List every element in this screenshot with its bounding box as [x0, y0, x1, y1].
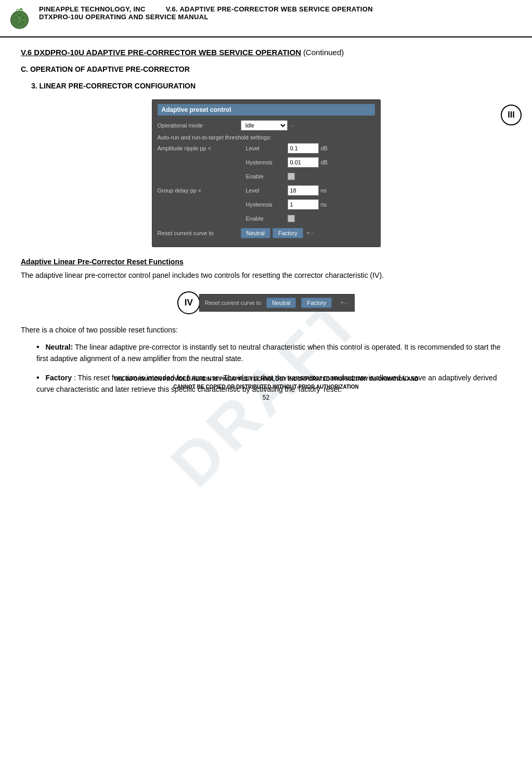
- group-hysteresis-row: Hysteresis ns: [158, 199, 375, 210]
- group-level-label: Level: [246, 187, 288, 194]
- group-level-unit: ns: [321, 187, 327, 194]
- group-hysteresis-label: Hysteresis: [246, 201, 288, 208]
- svg-point-8: [15, 16, 17, 18]
- svg-point-15: [20, 19, 22, 20]
- amplitude-enable-label: Enable: [246, 173, 288, 180]
- amplitude-hysteresis-input[interactable]: [288, 157, 319, 168]
- more-dots: +···: [306, 229, 315, 237]
- group-enable-row: Enable: [158, 213, 375, 224]
- factory-button[interactable]: Factory: [273, 228, 303, 238]
- threshold-label: Auto-run and run-to-target threshold set…: [158, 134, 375, 140]
- amplitude-row: Amplitude ripple pp < Level dB: [158, 143, 375, 154]
- main-content: V.6 DXDPRO-10U ADAPTIVE PRE-CORRECTOR WE…: [0, 37, 532, 413]
- group-delay-row: Group delay pp < Level ns: [158, 185, 375, 196]
- header-company: PINEAPPLE TECHNOLOGY, INC: [39, 5, 146, 13]
- logo: [5, 3, 34, 33]
- adaptive-section-title: Adaptive Linear Pre-Corrector Reset Func…: [21, 258, 184, 266]
- group-enable-checkbox[interactable]: [288, 215, 295, 222]
- neutral-button[interactable]: Neutral: [241, 228, 270, 238]
- adaptive-section-title-block: Adaptive Linear Pre-Corrector Reset Func…: [21, 258, 511, 266]
- operational-mode-row: Operational mode Idle ···: [158, 120, 375, 131]
- page-title-continued: (Continued): [303, 48, 344, 57]
- section-c-title: C. OPERATION OF ADAPTIVE PRE-CORRECTOR: [21, 65, 511, 73]
- page-title-block: V.6 DXDPRO-10U ADAPTIVE PRE-CORRECTOR WE…: [21, 48, 511, 57]
- footer-line2: CANNOT BE COPIED OR DISTRIBUTED WITHOUT …: [21, 383, 511, 391]
- section-3-title: 3. LINEAR PRE-CORRECTOR CONFIGURATION: [31, 82, 511, 90]
- mini-factory-button[interactable]: Factory: [301, 298, 332, 308]
- footer-line1: THE INFORMATION PROVIDED HEREIN IS PINEA…: [21, 375, 511, 383]
- amplitude-level-unit: dB: [321, 145, 328, 151]
- header-company-section: PINEAPPLE TECHNOLOGY, INC V.6. ADAPTIVE …: [39, 5, 373, 13]
- svg-point-11: [15, 22, 17, 23]
- header-section: V.6. ADAPTIVE PRE-CORRECTOR WEB SERVICE …: [166, 5, 373, 13]
- control-panel-container: Adaptive preset control Operational mode…: [21, 99, 511, 247]
- page-footer: THE INFORMATION PROVIDED HEREIN IS PINEA…: [0, 375, 532, 402]
- annotation-III: III: [501, 105, 522, 125]
- svg-point-9: [19, 15, 20, 16]
- svg-point-12: [19, 23, 20, 25]
- amplitude-enable-row: Enable: [158, 171, 375, 182]
- footer-page: 52: [21, 393, 511, 402]
- group-level-input[interactable]: [288, 185, 319, 196]
- mini-control-panel: Reset current curve to Neutral Factory +…: [199, 294, 355, 312]
- page-header: PINEAPPLE TECHNOLOGY, INC V.6. ADAPTIVE …: [0, 0, 532, 37]
- control-panel: Adaptive preset control Operational mode…: [152, 99, 381, 247]
- svg-point-14: [17, 19, 18, 20]
- panel-dots-top: ···: [291, 122, 295, 129]
- mini-neutral-button[interactable]: Neutral: [266, 298, 296, 308]
- header-text-block: PINEAPPLE TECHNOLOGY, INC V.6. ADAPTIVE …: [39, 3, 373, 21]
- amplitude-label: Amplitude ripple pp <: [158, 145, 241, 151]
- bullet-neutral-bold: Neutral:: [46, 343, 73, 351]
- page-title: V.6 DXDPRO-10U ADAPTIVE PRE-CORRECTOR WE…: [21, 48, 301, 57]
- mini-more-dots: +···: [340, 299, 349, 306]
- amplitude-hysteresis-label: Hysteresis: [246, 159, 288, 165]
- group-hysteresis-input[interactable]: [288, 199, 319, 210]
- svg-point-13: [22, 22, 24, 23]
- header-manual: DTXPRO-10U OPERATING AND SERVICE MANUAL: [39, 13, 373, 21]
- mini-reset-label: Reset current curve to: [205, 300, 261, 306]
- iv-row-container: IV Reset current curve to Neutral Factor…: [21, 291, 511, 314]
- reset-description: There is a choice of two possible reset …: [21, 325, 511, 336]
- amplitude-level-input[interactable]: [288, 143, 319, 153]
- amplitude-level-label: Level: [246, 145, 288, 151]
- svg-point-10: [22, 16, 24, 18]
- operational-mode-select[interactable]: Idle: [241, 120, 288, 131]
- group-delay-label: Group delay pp <: [158, 187, 241, 194]
- bullet-item-neutral: Neutral: The linear adaptive pre-correct…: [36, 341, 511, 364]
- group-hysteresis-unit: ns: [321, 201, 327, 208]
- amplitude-hysteresis-unit: dB: [321, 159, 328, 165]
- amplitude-hysteresis-row: Hysteresis dB: [158, 157, 375, 168]
- adaptive-section-body: The adaptive linear pre-corrector contro…: [21, 270, 511, 281]
- group-enable-label: Enable: [246, 215, 288, 222]
- panel-title: Adaptive preset control: [158, 104, 375, 116]
- operational-mode-label: Operational mode: [158, 122, 241, 129]
- bullet-neutral-text: The linear adaptive pre-corrector is ins…: [36, 343, 501, 363]
- reset-row: Reset current curve to Neutral Factory +…: [158, 227, 375, 239]
- reset-label: Reset current curve to: [158, 230, 241, 236]
- annotation-IV: IV: [177, 291, 200, 314]
- amplitude-enable-checkbox[interactable]: [288, 173, 295, 180]
